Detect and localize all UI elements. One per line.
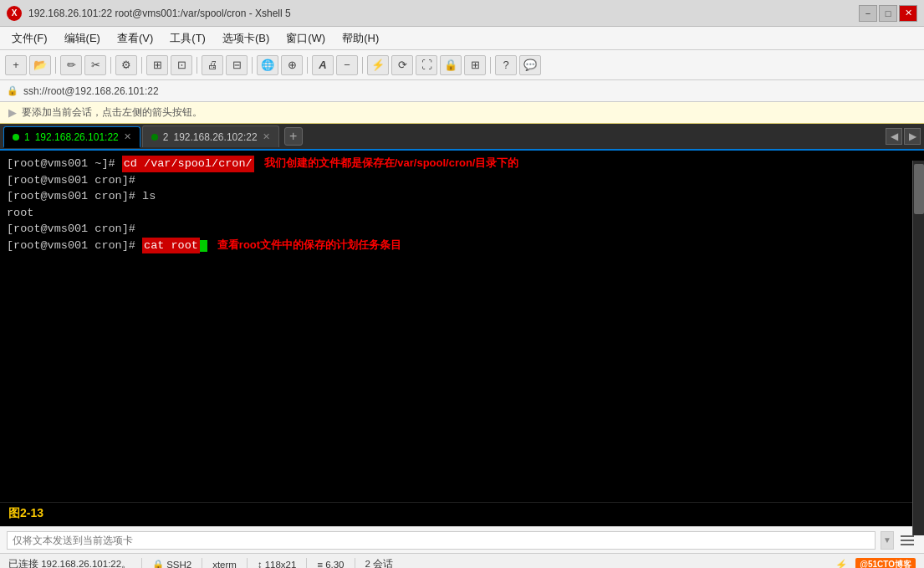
tabs-row: 1 192.168.26.101:22 ✕ 2 192.168.26.102:2…: [0, 124, 924, 151]
sessions-text: 2 会话: [365, 558, 394, 568]
tab-1-label: 192.168.26.101:22: [35, 131, 119, 143]
ham-line-3: [901, 544, 914, 545]
pos-icon: ≡: [317, 560, 323, 569]
prompt-4: root: [7, 205, 33, 222]
separator-1: [55, 57, 56, 74]
tab-2-dot: [151, 134, 158, 141]
info-text: 要添加当前会话，点击左侧的箭头按钮。: [22, 105, 202, 120]
maximize-button[interactable]: □: [879, 5, 897, 22]
ham-line-2: [901, 540, 914, 541]
toolbar-cut[interactable]: ✂: [84, 55, 106, 75]
minimize-button[interactable]: −: [859, 5, 877, 22]
separator-8: [490, 57, 491, 74]
toolbar-grid[interactable]: ⊞: [464, 55, 486, 75]
toolbar-msg[interactable]: 💬: [519, 55, 541, 75]
address-text: ssh://root@192.168.26.101:22: [23, 85, 159, 97]
toolbar-font[interactable]: A: [312, 55, 334, 75]
menu-view[interactable]: 查看(V): [110, 29, 160, 48]
connection-text: 已连接 192.168.26.101:22。: [8, 558, 131, 568]
terminal-line-2: [root@vms001 cron]#: [7, 172, 917, 189]
toolbar-settings[interactable]: ⚙: [115, 55, 137, 75]
tab-2-label: 192.168.26.102:22: [173, 131, 257, 143]
prompt-6: [root@vms001 cron]#: [7, 238, 142, 254]
terminal-cursor: [200, 240, 207, 252]
status-div-5: [355, 558, 355, 569]
menu-bar: 文件(F) 编辑(E) 查看(V) 工具(T) 选项卡(B) 窗口(W) 帮助(…: [0, 27, 924, 50]
toolbar-fullscreen[interactable]: ⛶: [416, 55, 437, 75]
site-logo: @51CTO博客: [855, 558, 916, 569]
ssh-text: SSH2: [166, 560, 191, 569]
connection-status: 已连接 192.168.26.101:22。: [8, 558, 131, 568]
separator-4: [197, 57, 197, 74]
tab-1[interactable]: 1 192.168.26.101:22 ✕: [3, 126, 140, 148]
tab-2-index: 2: [163, 131, 169, 143]
toolbar-paste[interactable]: ⊡: [171, 55, 192, 75]
cmd-6: cat root: [142, 238, 200, 254]
tab-1-dot: [13, 134, 19, 141]
connections-icon: ⚡: [835, 559, 847, 569]
scrollbar[interactable]: [912, 161, 924, 535]
toolbar-new[interactable]: +: [5, 55, 27, 75]
menu-tools[interactable]: 工具(T): [163, 29, 212, 48]
menu-edit[interactable]: 编辑(E): [58, 29, 107, 48]
menu-tabs[interactable]: 选项卡(B): [216, 29, 276, 48]
toolbar-print2[interactable]: ⊟: [226, 55, 248, 75]
toolbar-help[interactable]: ?: [495, 55, 517, 75]
toolbar: + 📂 ✏ ✂ ⚙ ⊞ ⊡ 🖨 ⊟ 🌐 ⊕ A − ⚡ ⟳ ⛶ 🔒 ⊞ ? 💬: [0, 50, 924, 80]
status-div-3: [247, 558, 248, 569]
status-lock-icon: 🔒: [152, 559, 164, 569]
scroll-thumb[interactable]: [914, 164, 924, 214]
annotation-1: 我们创建的文件都是保存在/var/spool/cron/目录下的: [264, 156, 519, 171]
toolbar-copy[interactable]: ⊞: [146, 55, 168, 75]
menu-help[interactable]: 帮助(H): [335, 29, 385, 48]
figure-label: 图2-13: [0, 502, 924, 526]
tab-1-index: 1: [24, 131, 30, 143]
annotation-6: 查看root文件中的保存的计划任务条目: [217, 238, 401, 253]
pos-text: 6,30: [325, 560, 344, 569]
toolbar-lock[interactable]: 🔒: [440, 55, 462, 75]
window-controls: − □ ✕: [859, 5, 917, 22]
address-bar: 🔒 ssh://root@192.168.26.101:22: [0, 80, 924, 102]
terminal[interactable]: [root@vms001 ~]# cd /var/spool/cron/ 我们创…: [0, 151, 924, 502]
separator-2: [110, 57, 111, 74]
separator-6: [307, 57, 308, 74]
send-text-input[interactable]: [7, 531, 876, 550]
tab-nav-left[interactable]: ◀: [886, 128, 902, 145]
close-button[interactable]: ✕: [899, 5, 917, 22]
separator-5: [252, 57, 253, 74]
toolbar-open[interactable]: 📂: [29, 55, 51, 75]
terminal-line-5: [root@vms001 cron]#: [7, 221, 917, 238]
input-dropdown[interactable]: ▼: [881, 531, 894, 550]
status-div-2: [202, 558, 202, 569]
tab-add-button[interactable]: +: [284, 127, 303, 146]
toolbar-cmd1[interactable]: ⚡: [367, 55, 389, 75]
toolbar-globe2[interactable]: ⊕: [281, 55, 303, 75]
tab-1-close[interactable]: ✕: [124, 131, 131, 142]
tab-nav: ◀ ▶: [886, 128, 921, 145]
info-icon: ▶: [8, 106, 17, 119]
separator-7: [362, 57, 363, 74]
tab-nav-right[interactable]: ▶: [904, 128, 921, 145]
toolbar-globe[interactable]: 🌐: [257, 55, 278, 75]
tab-2[interactable]: 2 192.168.26.102:22 ✕: [142, 125, 279, 147]
toolbar-edit[interactable]: ✏: [60, 55, 82, 75]
menu-window[interactable]: 窗口(W): [279, 29, 332, 48]
sessions-status: 2 会话: [365, 558, 394, 568]
app-icon: X: [7, 6, 22, 21]
prompt-2: [root@vms001 cron]#: [7, 172, 135, 189]
toolbar-cmd2[interactable]: ⟳: [391, 55, 413, 75]
terminal-line-1: [root@vms001 ~]# cd /var/spool/cron/ 我们创…: [7, 156, 917, 172]
info-bar: ▶ 要添加当前会话，点击左侧的箭头按钮。: [0, 102, 924, 124]
menu-file[interactable]: 文件(F): [5, 29, 54, 48]
term-status: xterm: [212, 560, 237, 569]
status-right: ⚡ @51CTO博客: [835, 558, 916, 569]
tab-2-close[interactable]: ✕: [263, 131, 270, 142]
prompt-3: [root@vms001 cron]# ls: [7, 188, 156, 205]
toolbar-print[interactable]: 🖨: [202, 55, 223, 75]
pos-status: ≡ 6,30: [317, 560, 344, 569]
prompt-1: [root@vms001 ~]#: [7, 156, 122, 172]
size-arrow-icon: ↕: [258, 560, 263, 569]
terminal-line-4: root: [7, 205, 917, 222]
toolbar-font2[interactable]: −: [336, 55, 358, 75]
status-div-4: [306, 558, 307, 569]
